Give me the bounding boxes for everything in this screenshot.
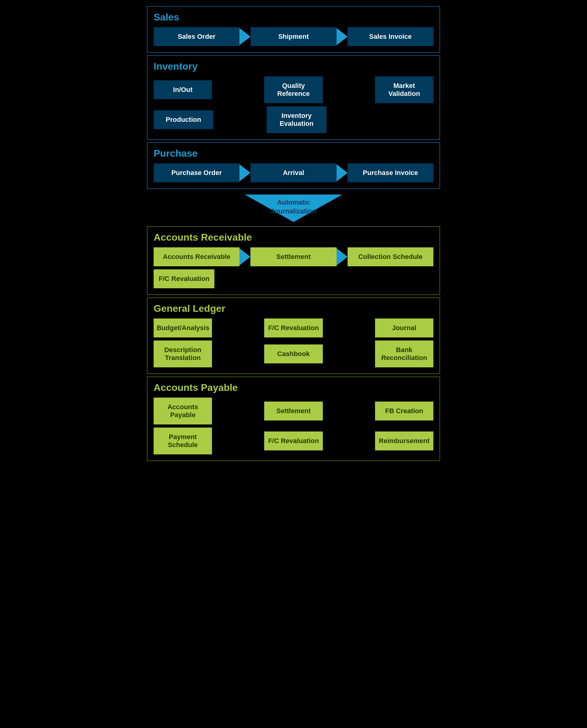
purchase-title: Purchase — [154, 148, 433, 159]
reimbursement-button[interactable]: Reimbursement — [375, 431, 433, 450]
sales-order-button[interactable]: Sales Order — [154, 27, 239, 46]
arrow-icon — [239, 248, 251, 265]
arrow-icon — [239, 28, 251, 45]
shipment-button[interactable]: Shipment — [251, 27, 336, 46]
sales-invoice-button[interactable]: Sales Invoice — [348, 27, 433, 46]
inventory-row-1: In/Out Quality Reference Market Validati… — [154, 76, 433, 103]
quality-reference-button[interactable]: Quality Reference — [264, 76, 323, 103]
collection-schedule-button[interactable]: Collection Schedule — [348, 248, 433, 266]
accounts-receivable-section: Accounts Receivable Accounts Receivable … — [147, 226, 440, 295]
cashbook-button[interactable]: Cashbook — [264, 345, 323, 363]
fb-creation-button[interactable]: FB Creation — [375, 402, 433, 421]
journal-button[interactable]: Journal — [375, 319, 433, 337]
inventory-evaluation-button[interactable]: Inventory Evaluation — [267, 106, 326, 133]
bank-reconciliation-button[interactable]: Bank Reconciliation — [375, 340, 433, 367]
sales-title: Sales — [154, 11, 433, 23]
general-ledger-title: General Ledger — [154, 303, 433, 314]
accounts-receivable-button[interactable]: Accounts Receivable — [154, 248, 239, 266]
inout-button[interactable]: In/Out — [154, 80, 212, 99]
ar-row-1: Accounts Receivable Settlement Collectio… — [154, 248, 433, 266]
accounts-receivable-title: Accounts Receivable — [154, 232, 433, 243]
payment-schedule-button[interactable]: Payment Schedule — [154, 427, 212, 454]
budget-analysis-button[interactable]: Budget/Analysis — [154, 319, 212, 337]
general-ledger-section: General Ledger Budget/Analysis F/C Reval… — [147, 298, 440, 374]
inventory-row-2: Production Inventory Evaluation — [154, 106, 433, 133]
arrow-icon — [239, 164, 251, 181]
ap-settlement-button[interactable]: Settlement — [264, 402, 323, 421]
inventory-section: Inventory In/Out Quality Reference Marke… — [147, 55, 440, 140]
gl-row-2: Description Translation Cashbook Bank Re… — [154, 340, 433, 367]
ar-row-2: F/C Revaluation — [154, 269, 433, 288]
sales-row-1: Sales Order Shipment Sales Invoice — [154, 27, 433, 46]
purchase-order-button[interactable]: Purchase Order — [154, 163, 239, 182]
purchase-section: Purchase Purchase Order Arrival Purchase… — [147, 142, 440, 189]
accounts-payable-section: Accounts Payable Accounts Payable Settle… — [147, 377, 440, 461]
production-button[interactable]: Production — [154, 110, 213, 129]
ap-row-2: Payment Schedule F/C Revaluation Reimbur… — [154, 427, 433, 454]
arrow-icon — [336, 164, 348, 181]
funnel-shape: AutomaticJournalization — [244, 194, 343, 222]
journalization-area: AutomaticJournalization — [147, 191, 440, 224]
main-container: Sales Sales Order Shipment Sales Invoice… — [147, 6, 440, 461]
inventory-title: Inventory — [154, 61, 433, 72]
ap-fc-revaluation-button[interactable]: F/C Revaluation — [264, 431, 323, 450]
accounts-payable-title: Accounts Payable — [154, 382, 433, 393]
gl-fc-revaluation-button[interactable]: F/C Revaluation — [264, 319, 323, 337]
accounts-payable-button[interactable]: Accounts Payable — [154, 398, 212, 424]
arrow-icon — [336, 248, 348, 265]
ap-row-1: Accounts Payable Settlement FB Creation — [154, 398, 433, 424]
journalization-label: AutomaticJournalization — [257, 198, 330, 216]
arrival-button[interactable]: Arrival — [251, 163, 336, 182]
market-validation-button[interactable]: Market Validation — [375, 76, 433, 103]
purchase-row-1: Purchase Order Arrival Purchase Invoice — [154, 163, 433, 182]
ar-settlement-button[interactable]: Settlement — [251, 248, 336, 266]
ar-fc-revaluation-button[interactable]: F/C Revaluation — [154, 269, 214, 288]
arrow-icon — [336, 28, 348, 45]
gl-row-1: Budget/Analysis F/C Revaluation Journal — [154, 319, 433, 337]
description-translation-button[interactable]: Description Translation — [154, 340, 212, 367]
purchase-invoice-button[interactable]: Purchase Invoice — [348, 163, 433, 182]
sales-section: Sales Sales Order Shipment Sales Invoice — [147, 6, 440, 53]
